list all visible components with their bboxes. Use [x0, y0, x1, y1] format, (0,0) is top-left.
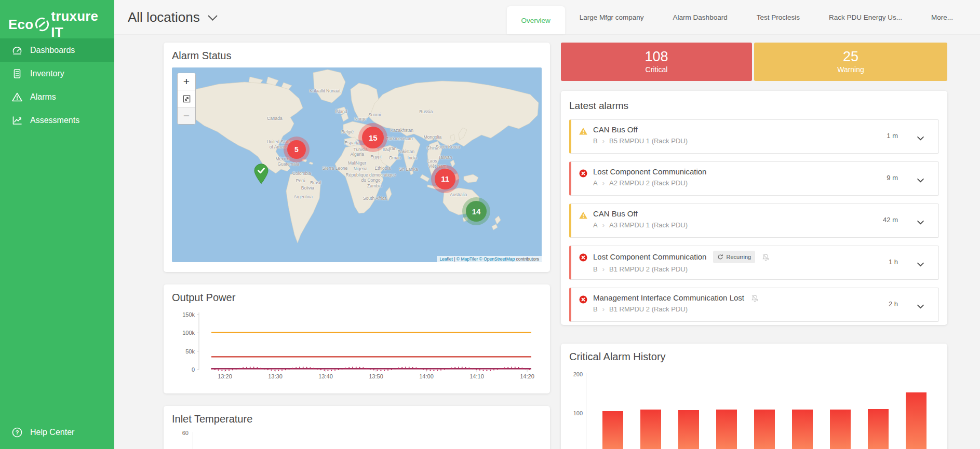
tab-rack-pdu-energy-us[interactable]: Rack PDU Energy Us...	[814, 0, 917, 34]
chevron-down-icon[interactable]	[917, 302, 924, 311]
svg-text:13:20: 13:20	[218, 373, 232, 379]
map-cluster-critical[interactable]: 11	[435, 169, 455, 189]
tab-alarm-dashboard[interactable]: Alarm Dashboard	[659, 0, 742, 34]
map-zoom-control: + −	[177, 73, 196, 125]
sidebar-item-label: Inventory	[30, 69, 64, 78]
latest-alarms-list: CAN Bus OffB›B5 RMPDU 1 (Rack PDU)1 mLos…	[569, 119, 939, 330]
chevron-down-icon[interactable]	[917, 217, 924, 227]
attribution-suffix: contributors	[515, 256, 539, 262]
bar	[830, 410, 851, 449]
fullscreen-button[interactable]	[178, 90, 195, 107]
critical-alarm-history-card: Critical Alarm History 200100	[561, 344, 947, 449]
bell-muted-icon	[751, 294, 759, 302]
recurring-badge: Recurring	[713, 251, 755, 263]
recurring-badge-label: Recurring	[726, 252, 751, 262]
alarm-item[interactable]: CAN Bus OffB›B5 RMPDU 1 (Rack PDU)1 m	[569, 119, 939, 154]
svg-text:50k: 50k	[185, 348, 195, 355]
topbar: All locations OverviewLarge Mfgr company…	[114, 0, 980, 35]
bar	[754, 410, 775, 449]
svg-text:?: ?	[16, 429, 19, 436]
zoom-out-button[interactable]: −	[178, 107, 195, 124]
sidebar-item-dashboards[interactable]: Dashboards	[0, 38, 114, 62]
critical-icon	[579, 295, 588, 304]
leaflet-link[interactable]: Leaflet	[439, 256, 453, 262]
output-power-title: Output Power	[172, 292, 235, 304]
bar	[640, 410, 661, 449]
chevron-down-icon[interactable]	[917, 133, 924, 143]
bar	[678, 410, 699, 449]
bar	[868, 409, 889, 449]
recurring-icon	[717, 254, 723, 260]
svg-text:0: 0	[192, 366, 195, 373]
inlet-temperature-card: Inlet Temperature 60	[164, 406, 550, 449]
alarm-age: 1 m	[887, 132, 898, 140]
y-tick: 60	[175, 430, 189, 436]
svg-text:13:40: 13:40	[318, 373, 333, 379]
latest-alarms-card: Latest alarms CAN Bus OffB›B5 RMPDU 1 (R…	[561, 91, 947, 325]
critical-count-banner[interactable]: 108 Critical	[561, 43, 752, 81]
map-continents	[172, 67, 542, 262]
alarm-device: A3 RMPDU 1 (Rack PDU)	[609, 221, 688, 229]
sidebar-item-assessments[interactable]: Assessments	[0, 108, 114, 132]
tab-bar: OverviewLarge Mfgr companyAlarm Dashboar…	[507, 0, 968, 34]
map-cluster-critical[interactable]: 15	[362, 127, 384, 148]
alarm-item[interactable]: Lost Component CommunicationA›A2 RMPDU 2…	[569, 161, 939, 196]
map-cluster-critical[interactable]: 5	[287, 140, 306, 159]
breadcrumb-chevron: ›	[602, 265, 605, 273]
bar	[602, 411, 623, 449]
breadcrumb-chevron: ›	[602, 305, 605, 313]
tab-overview[interactable]: Overview	[507, 6, 565, 34]
alarm-item[interactable]: Lost Component CommunicationRecurringB›B…	[569, 246, 939, 280]
chevron-down-icon[interactable]	[917, 175, 924, 185]
svg-text:14:10: 14:10	[469, 373, 484, 379]
map-attribution: Leaflet | © MapTiler © OpenStreetMap con…	[437, 256, 542, 262]
critical-icon	[579, 253, 588, 262]
alarm-device: B1 RMPDU 2 (Rack PDU)	[609, 265, 688, 273]
alarm-title: Lost Component Communication	[593, 252, 706, 262]
world-map[interactable]: Kalaallit NunaatÍslandCanadaNorgeSuomiRu…	[172, 67, 542, 262]
help-center-button[interactable]: ? Help Center	[0, 420, 114, 444]
alarm-item[interactable]: CAN Bus OffA›A3 RMPDU 1 (Rack PDU)42 m	[569, 203, 939, 238]
dashboards-icon	[11, 45, 23, 56]
tab-large-mfgr-company[interactable]: Large Mfgr company	[565, 0, 659, 34]
location-selector[interactable]: All locations	[128, 0, 216, 34]
alarm-location: A	[593, 179, 598, 187]
alarm-device: B5 RMPDU 1 (Rack PDU)	[609, 137, 688, 145]
map-pin-ok[interactable]	[253, 164, 269, 186]
alarm-location: A	[593, 221, 598, 229]
critical-icon	[579, 169, 588, 178]
sidebar-item-label: Dashboards	[30, 46, 75, 55]
chevron-down-icon	[208, 11, 217, 20]
warning-count-banner[interactable]: 25 Warning	[754, 43, 947, 81]
sidebar: Ecotruxure IT DashboardsInventoryAlarmsA…	[0, 0, 114, 449]
tab-more[interactable]: More...	[917, 0, 968, 34]
alarm-item[interactable]: Management Interface Communication LostB…	[569, 288, 939, 322]
critical-history-chart: 200100	[561, 344, 947, 449]
help-icon: ?	[11, 427, 23, 438]
alarm-location: B	[593, 265, 598, 273]
alarm-title: Lost Component Communication	[593, 167, 706, 177]
map-cluster-ok[interactable]: 14	[466, 201, 487, 222]
sidebar-item-inventory[interactable]: Inventory	[0, 62, 114, 85]
tab-test-proclesis[interactable]: Test Proclesis	[742, 0, 814, 34]
alarm-location: B	[593, 305, 598, 313]
maptiler-link[interactable]: © MapTiler	[457, 256, 478, 262]
osm-link[interactable]: © OpenStreetMap	[478, 256, 515, 262]
app-logo[interactable]: Ecotruxure IT	[0, 0, 114, 40]
warning-count: 25	[754, 50, 947, 64]
logo-text-suffix: truxure IT	[51, 8, 114, 40]
svg-text:100k: 100k	[182, 330, 195, 336]
alarm-status-title: Alarm Status	[172, 50, 231, 62]
y-axis	[193, 432, 193, 449]
sidebar-item-alarms[interactable]: Alarms	[0, 85, 114, 108]
alarm-status-card: Alarm Status	[164, 43, 550, 272]
chevron-down-icon[interactable]	[917, 260, 924, 269]
sidebar-item-label: Assessments	[30, 116, 79, 125]
bar	[716, 410, 737, 449]
zoom-in-button[interactable]: +	[178, 73, 195, 90]
attribution-separator: |	[453, 256, 457, 262]
svg-text:14:20: 14:20	[520, 373, 534, 379]
warning-label: Warning	[754, 65, 947, 74]
y-tick: 100	[564, 410, 583, 416]
svg-text:150k: 150k	[182, 311, 195, 318]
